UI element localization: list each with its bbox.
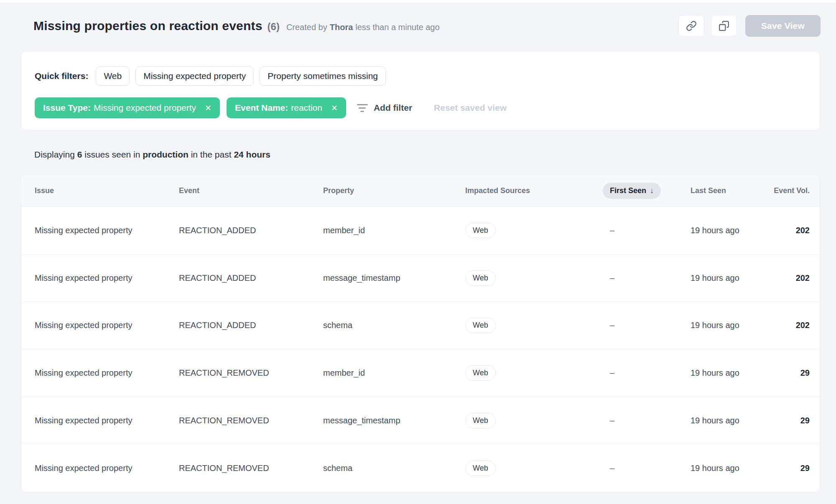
- cell-issue: Missing expected property: [35, 463, 179, 473]
- source-badge: Web: [465, 318, 496, 333]
- copy-icon: [719, 20, 729, 31]
- source-badge: Web: [465, 365, 496, 381]
- status-segment: production: [143, 150, 189, 159]
- source-badge: Web: [465, 223, 496, 238]
- cell-impacted-sources: Web: [465, 365, 610, 381]
- table-row[interactable]: Missing expected propertyREACTION_REMOVE…: [21, 444, 820, 492]
- link-icon: [686, 20, 697, 31]
- cell-last-seen: 19 hours ago: [691, 463, 757, 473]
- header-actions: Save View: [678, 15, 821, 37]
- cell-last-seen: 19 hours ago: [691, 273, 757, 283]
- cell-first-seen: –: [610, 416, 691, 425]
- status-segment: issues seen in: [82, 150, 143, 159]
- cell-impacted-sources: Web: [465, 413, 610, 428]
- cell-issue: Missing expected property: [35, 368, 179, 378]
- cell-first-seen: –: [610, 273, 691, 283]
- duplicate-view-button[interactable]: [711, 15, 737, 37]
- filter-icon: [357, 104, 368, 112]
- column-header-property[interactable]: Property: [323, 186, 465, 195]
- cell-issue: Missing expected property: [35, 273, 179, 283]
- cell-first-seen: –: [610, 321, 691, 330]
- table-row[interactable]: Missing expected propertyREACTION_ADDEDm…: [21, 207, 820, 255]
- cell-event-vol: 202: [757, 321, 810, 330]
- active-filter-tag[interactable]: Issue Type:Missing expected property✕: [35, 97, 220, 118]
- save-view-button[interactable]: Save View: [745, 15, 821, 37]
- cell-impacted-sources: Web: [465, 223, 610, 238]
- filter-tag-label: Event Name:: [235, 103, 288, 113]
- created-by-time: less than a minute ago: [355, 23, 439, 32]
- status-line: Displaying 6 issues seen in production i…: [34, 150, 820, 160]
- quick-filters-row: Quick filters: WebMissing expected prope…: [35, 66, 806, 86]
- quick-filter-chip[interactable]: Property sometimes missing: [260, 66, 386, 86]
- cell-first-seen: –: [610, 368, 691, 378]
- cell-event: REACTION_ADDED: [179, 273, 323, 283]
- filter-tag-value: Missing expected property: [94, 103, 196, 113]
- quick-filter-chip[interactable]: Missing expected property: [135, 66, 254, 86]
- cell-impacted-sources: Web: [465, 318, 610, 333]
- table-body: Missing expected propertyREACTION_ADDEDm…: [21, 207, 820, 492]
- first-seen-sort-button[interactable]: First Seen ↓: [603, 183, 661, 199]
- cell-property: member_id: [323, 226, 465, 235]
- copy-link-button[interactable]: [678, 15, 704, 37]
- table-row[interactable]: Missing expected propertyREACTION_ADDEDm…: [21, 255, 820, 302]
- cell-event: REACTION_ADDED: [179, 226, 323, 235]
- active-filters-row: Issue Type:Missing expected property✕Eve…: [35, 97, 806, 118]
- column-header-event-vol[interactable]: Event Vol.: [757, 186, 810, 195]
- column-header-first-seen: First Seen ↓: [610, 183, 691, 199]
- cell-event-vol: 29: [757, 368, 810, 378]
- table-header-row: Issue Event Property Impacted Sources Fi…: [21, 175, 820, 207]
- cell-first-seen: –: [610, 226, 691, 235]
- quick-filter-chip[interactable]: Web: [96, 66, 130, 86]
- remove-filter-icon[interactable]: ✕: [331, 104, 338, 112]
- column-header-event[interactable]: Event: [179, 186, 323, 195]
- cell-property: schema: [323, 321, 465, 330]
- cell-last-seen: 19 hours ago: [691, 416, 757, 425]
- active-filter-tags: Issue Type:Missing expected property✕Eve…: [35, 97, 346, 118]
- reset-saved-view-button[interactable]: Reset saved view: [434, 103, 507, 113]
- quick-filter-chips: WebMissing expected propertyProperty som…: [96, 66, 386, 86]
- add-filter-label: Add filter: [374, 103, 412, 113]
- table-row[interactable]: Missing expected propertyREACTION_REMOVE…: [21, 397, 820, 445]
- quick-filters-label: Quick filters:: [35, 71, 88, 81]
- cell-event-vol: 202: [757, 226, 810, 235]
- cell-first-seen: –: [610, 463, 691, 473]
- created-by-line: Created by Thora less than a minute ago: [286, 23, 440, 32]
- cell-issue: Missing expected property: [35, 321, 179, 330]
- cell-last-seen: 19 hours ago: [691, 226, 757, 235]
- filter-tag-label: Issue Type:: [43, 103, 91, 113]
- column-header-issue[interactable]: Issue: [35, 186, 179, 195]
- cell-issue: Missing expected property: [35, 226, 179, 235]
- source-badge: Web: [465, 461, 496, 476]
- cell-event-vol: 202: [757, 273, 810, 283]
- cell-event: REACTION_ADDED: [179, 321, 323, 330]
- page-header: Missing properties on reaction events (6…: [33, 15, 821, 37]
- cell-property: message_timestamp: [323, 273, 465, 283]
- sort-descending-icon: ↓: [650, 186, 654, 195]
- active-filter-tag[interactable]: Event Name:reaction✕: [227, 97, 346, 118]
- cell-property: member_id: [323, 368, 465, 378]
- first-seen-label: First Seen: [610, 186, 646, 195]
- cell-impacted-sources: Web: [465, 461, 610, 476]
- remove-filter-icon[interactable]: ✕: [205, 104, 212, 112]
- status-segment: in the past: [189, 150, 234, 159]
- table-row[interactable]: Missing expected propertyREACTION_ADDEDs…: [21, 302, 820, 349]
- column-header-impacted-sources[interactable]: Impacted Sources: [465, 186, 610, 195]
- created-by-prefix: Created by: [286, 23, 327, 32]
- table-row[interactable]: Missing expected propertyREACTION_REMOVE…: [21, 349, 820, 397]
- status-segment: 24 hours: [234, 150, 270, 159]
- cell-event: REACTION_REMOVED: [179, 368, 323, 378]
- add-filter-button[interactable]: Add filter: [357, 103, 412, 113]
- cell-event: REACTION_REMOVED: [179, 463, 323, 473]
- page-title: Missing properties on reaction events: [33, 19, 263, 33]
- title-group: Missing properties on reaction events (6…: [33, 19, 440, 33]
- column-header-last-seen[interactable]: Last Seen: [691, 186, 757, 195]
- created-by-name: Thora: [330, 23, 353, 32]
- source-badge: Web: [465, 270, 496, 286]
- cell-property: message_timestamp: [323, 416, 465, 425]
- cell-last-seen: 19 hours ago: [691, 368, 757, 378]
- cell-event: REACTION_REMOVED: [179, 416, 323, 425]
- status-segment: 6: [77, 150, 82, 159]
- cell-event-vol: 29: [757, 416, 810, 425]
- cell-impacted-sources: Web: [465, 270, 610, 286]
- issue-count-badge: (6): [268, 21, 280, 33]
